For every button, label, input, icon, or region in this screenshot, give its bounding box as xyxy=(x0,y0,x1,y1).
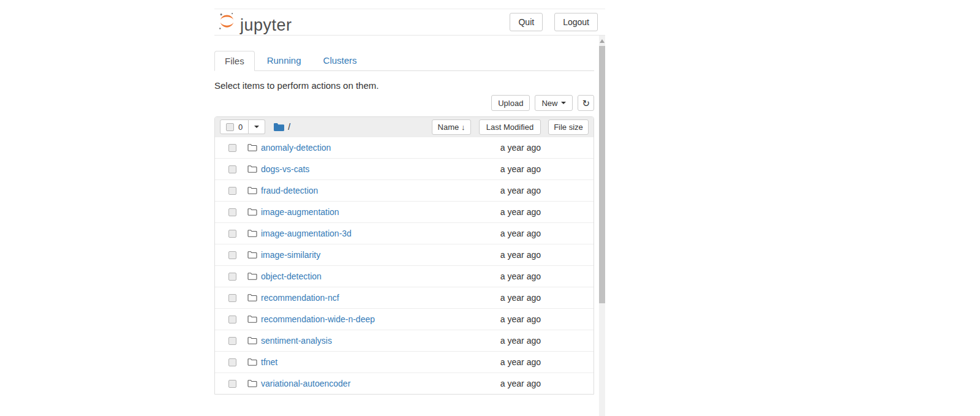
jupyter-logo[interactable]: jupyter xyxy=(217,11,292,34)
scroll-up-button[interactable] xyxy=(599,36,605,46)
tab-bar: Files Running Clusters xyxy=(214,51,594,71)
row-checkbox[interactable] xyxy=(228,273,236,281)
table-row: image-similarity a year ago xyxy=(215,244,594,265)
select-all-button[interactable]: 0 xyxy=(220,119,249,134)
folder-icon xyxy=(247,293,257,302)
scrollbar[interactable] xyxy=(599,36,605,416)
folder-icon xyxy=(247,165,257,173)
table-row: anomaly-detection a year ago xyxy=(215,137,594,158)
tab-clusters[interactable]: Clusters xyxy=(314,51,367,71)
table-row: image-augmentation a year ago xyxy=(215,201,594,222)
table-row: image-augmentation-3d a year ago xyxy=(215,222,594,244)
chevron-down-icon xyxy=(254,126,259,128)
file-link[interactable]: dogs-vs-cats xyxy=(261,164,479,174)
jupyter-logo-text: jupyter xyxy=(240,17,292,34)
row-checkbox[interactable] xyxy=(228,337,236,345)
jupyter-logo-icon xyxy=(217,11,237,34)
file-listing: 0 / Name ↓ Last Modified xyxy=(214,116,594,395)
folder-icon xyxy=(247,315,257,323)
select-filter-dropdown[interactable] xyxy=(249,119,265,134)
file-link[interactable]: sentiment-analysis xyxy=(261,336,479,346)
last-modified: a year ago xyxy=(479,143,541,153)
file-link[interactable]: image-augmentation xyxy=(261,207,479,217)
table-row: object-detection a year ago xyxy=(215,265,594,287)
row-checkbox[interactable] xyxy=(228,230,236,238)
table-row: recommendation-wide-n-deep a year ago xyxy=(215,308,594,330)
breadcrumb[interactable]: / xyxy=(288,122,290,132)
last-modified: a year ago xyxy=(479,314,541,324)
file-list: anomaly-detection a year ago dogs-vs-cat… xyxy=(215,137,594,394)
row-checkbox[interactable] xyxy=(228,251,236,259)
last-modified: a year ago xyxy=(479,379,541,388)
toolbar: Upload New ↻ xyxy=(214,95,594,111)
sort-file-size-button[interactable]: File size xyxy=(548,119,589,135)
last-modified: a year ago xyxy=(479,271,541,281)
row-checkbox[interactable] xyxy=(228,165,236,173)
file-link[interactable]: recommendation-wide-n-deep xyxy=(261,314,479,324)
file-link[interactable]: object-detection xyxy=(261,271,479,281)
new-dropdown-button[interactable]: New xyxy=(535,95,573,111)
selected-count: 0 xyxy=(238,123,243,132)
folder-icon xyxy=(247,358,257,366)
folder-icon xyxy=(247,208,257,216)
table-row: variational-autoencoder a year ago xyxy=(215,373,594,394)
file-link[interactable]: image-similarity xyxy=(261,250,479,260)
jupyter-app: jupyter Quit Logout Files Running Cluste… xyxy=(214,0,605,416)
last-modified: a year ago xyxy=(479,164,541,174)
chevron-down-icon xyxy=(561,102,566,104)
row-checkbox[interactable] xyxy=(228,208,236,216)
file-link[interactable]: fraud-detection xyxy=(261,186,479,195)
select-all-group: 0 xyxy=(220,119,265,134)
sort-name-button[interactable]: Name ↓ xyxy=(432,119,471,135)
file-link[interactable]: tfnet xyxy=(261,357,479,367)
row-checkbox[interactable] xyxy=(228,294,236,302)
row-checkbox[interactable] xyxy=(228,144,236,152)
header: jupyter Quit Logout xyxy=(214,9,605,36)
row-checkbox[interactable] xyxy=(228,358,236,366)
breadcrumb-folder-icon[interactable] xyxy=(274,123,284,132)
table-row: fraud-detection a year ago xyxy=(215,180,594,201)
last-modified: a year ago xyxy=(479,336,541,346)
table-row: tfnet a year ago xyxy=(215,351,594,373)
folder-icon xyxy=(247,336,257,345)
tab-running[interactable]: Running xyxy=(257,51,311,71)
sort-last-modified-button[interactable]: Last Modified xyxy=(479,119,541,135)
table-row: sentiment-analysis a year ago xyxy=(215,330,594,351)
last-modified: a year ago xyxy=(479,293,541,303)
list-header: 0 / Name ↓ Last Modified xyxy=(215,117,594,137)
file-link[interactable]: variational-autoencoder xyxy=(261,379,479,388)
tab-files[interactable]: Files xyxy=(214,51,255,71)
last-modified: a year ago xyxy=(479,250,541,260)
last-modified: a year ago xyxy=(479,207,541,217)
scrollbar-thumb[interactable] xyxy=(599,46,605,303)
select-all-checkbox[interactable] xyxy=(226,123,234,131)
logout-button[interactable]: Logout xyxy=(554,13,598,31)
folder-icon xyxy=(247,251,257,259)
folder-icon xyxy=(247,272,257,281)
row-checkbox[interactable] xyxy=(228,380,236,388)
folder-icon xyxy=(247,379,257,388)
folder-icon xyxy=(247,143,257,152)
row-checkbox[interactable] xyxy=(228,187,236,195)
folder-icon xyxy=(247,229,257,238)
file-link[interactable]: image-augmentation-3d xyxy=(261,229,479,238)
file-link[interactable]: anomaly-detection xyxy=(261,143,479,153)
last-modified: a year ago xyxy=(479,186,541,195)
last-modified: a year ago xyxy=(479,357,541,367)
refresh-button[interactable]: ↻ xyxy=(578,95,594,111)
folder-icon xyxy=(247,186,257,195)
file-link[interactable]: recommendation-ncf xyxy=(261,293,479,303)
table-row: recommendation-ncf a year ago xyxy=(215,287,594,308)
arrow-down-icon: ↓ xyxy=(461,123,466,132)
arrow-up-icon xyxy=(600,39,605,43)
row-checkbox[interactable] xyxy=(228,316,236,323)
refresh-icon: ↻ xyxy=(582,98,590,108)
select-items-message: Select items to perform actions on them. xyxy=(214,80,594,91)
table-row: dogs-vs-cats a year ago xyxy=(215,158,594,180)
quit-button[interactable]: Quit xyxy=(510,13,543,31)
last-modified: a year ago xyxy=(479,229,541,238)
upload-button[interactable]: Upload xyxy=(491,95,530,111)
